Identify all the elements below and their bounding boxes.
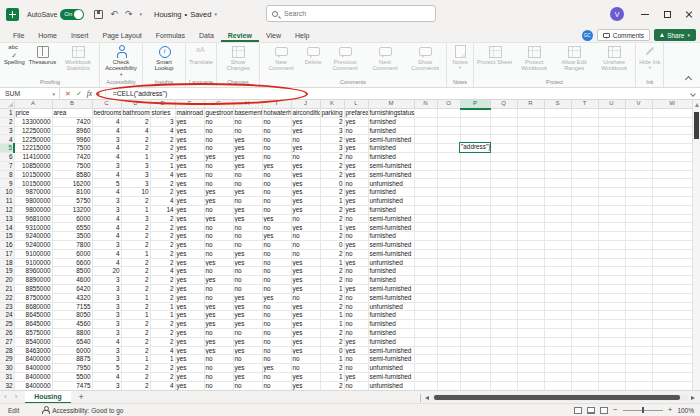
cell[interactable] — [414, 240, 437, 249]
cell[interactable] — [460, 170, 490, 179]
cell[interactable] — [414, 214, 437, 223]
cell[interactable]: 4 — [92, 249, 121, 258]
user-avatar[interactable]: V — [610, 7, 624, 21]
cell[interactable]: unfurnished — [368, 258, 414, 267]
cell[interactable]: 2 — [320, 152, 344, 161]
cell[interactable] — [490, 364, 517, 373]
cell[interactable]: yes — [291, 267, 320, 276]
cell[interactable]: no — [262, 355, 291, 364]
cell[interactable] — [598, 126, 625, 135]
cell[interactable]: 2 — [150, 258, 175, 267]
cell[interactable] — [490, 126, 517, 135]
cell[interactable] — [437, 346, 460, 355]
cell[interactable]: 1 — [320, 284, 344, 293]
cell[interactable]: 4 — [92, 372, 121, 381]
cell[interactable] — [437, 240, 460, 249]
cell[interactable] — [598, 293, 625, 302]
cell[interactable]: 1 — [121, 249, 150, 258]
cell[interactable]: 1 — [320, 258, 344, 267]
cell[interactable]: 8580 — [52, 170, 92, 179]
cell[interactable]: 3 — [92, 276, 121, 285]
row-header-18[interactable]: 18 — [0, 258, 14, 267]
cell[interactable]: 2 — [320, 337, 344, 346]
cell[interactable] — [437, 135, 460, 144]
cell[interactable]: 9800000 — [14, 205, 52, 214]
cell[interactable] — [598, 364, 625, 373]
column-header-g[interactable]: G — [204, 100, 233, 109]
row-header-28[interactable]: 28 — [0, 346, 14, 355]
cell[interactable] — [544, 170, 571, 179]
cell[interactable] — [571, 320, 598, 329]
cell[interactable] — [414, 284, 437, 293]
cell[interactable] — [652, 144, 692, 153]
cell[interactable] — [571, 364, 598, 373]
cell[interactable]: yes — [175, 381, 204, 390]
cell[interactable]: yes — [204, 214, 233, 223]
cell[interactable] — [571, 258, 598, 267]
cell[interactable] — [490, 320, 517, 329]
cell[interactable]: 8875 — [52, 355, 92, 364]
cell[interactable]: 1 — [320, 372, 344, 381]
cell[interactable]: no — [262, 267, 291, 276]
cell[interactable]: 2 — [121, 381, 150, 390]
cell[interactable]: 2 — [121, 372, 150, 381]
cell[interactable] — [490, 302, 517, 311]
cell[interactable] — [625, 161, 652, 170]
cell[interactable]: yes — [175, 372, 204, 381]
cell[interactable] — [414, 337, 437, 346]
tab-help[interactable]: Help — [288, 30, 316, 42]
row-header-27[interactable]: 27 — [0, 337, 14, 346]
cell[interactable] — [625, 232, 652, 241]
cell[interactable]: 3 — [92, 346, 121, 355]
cell[interactable] — [544, 117, 571, 126]
confirm-entry-icon[interactable]: ✓ — [76, 90, 82, 97]
cell[interactable] — [517, 337, 544, 346]
protect-workbook-button[interactable]: Protect Workbook — [514, 44, 554, 72]
cell[interactable] — [490, 205, 517, 214]
cell[interactable]: yes — [233, 320, 262, 329]
cell[interactable] — [625, 144, 652, 153]
cell[interactable]: 1 — [320, 320, 344, 329]
cell[interactable]: no — [344, 126, 368, 135]
cell[interactable]: 4 — [92, 188, 121, 197]
collab-avatar[interactable]: GC — [582, 30, 593, 41]
cell[interactable]: yes — [204, 188, 233, 197]
cell[interactable]: 2 — [320, 276, 344, 285]
cell[interactable]: 12250000 — [14, 126, 52, 135]
cell[interactable] — [517, 152, 544, 161]
close-button[interactable] — [678, 0, 700, 28]
cell[interactable]: yes — [175, 161, 204, 170]
vertical-scrollbar[interactable] — [692, 100, 700, 390]
cell[interactable]: yes — [175, 311, 204, 320]
cell[interactable] — [414, 170, 437, 179]
cell[interactable] — [460, 179, 490, 188]
cell[interactable]: 3 — [320, 126, 344, 135]
tab-formulas[interactable]: Formulas — [149, 30, 192, 42]
cell[interactable]: semi-furnished — [368, 135, 414, 144]
cell[interactable] — [652, 135, 692, 144]
cell[interactable]: no — [233, 355, 262, 364]
cell[interactable]: yes — [204, 337, 233, 346]
cell[interactable] — [652, 276, 692, 285]
cell[interactable]: 13300000 — [14, 117, 52, 126]
cell[interactable] — [414, 249, 437, 258]
cell[interactable]: 2 — [320, 170, 344, 179]
cell[interactable] — [544, 240, 571, 249]
cell[interactable]: yes — [233, 205, 262, 214]
cell[interactable] — [571, 170, 598, 179]
cell[interactable] — [625, 311, 652, 320]
minimize-button[interactable] — [634, 0, 656, 28]
cell[interactable] — [544, 337, 571, 346]
cell[interactable]: no — [344, 293, 368, 302]
cell[interactable] — [598, 117, 625, 126]
cell[interactable] — [414, 188, 437, 197]
cell[interactable]: no — [204, 161, 233, 170]
row-header-1[interactable]: 1 — [0, 109, 14, 118]
search-bar[interactable] — [266, 5, 436, 22]
cell[interactable] — [544, 267, 571, 276]
cell[interactable]: no — [233, 284, 262, 293]
row-header-30[interactable]: 30 — [0, 364, 14, 373]
cell[interactable] — [571, 249, 598, 258]
cell[interactable] — [460, 152, 490, 161]
cell[interactable] — [598, 311, 625, 320]
